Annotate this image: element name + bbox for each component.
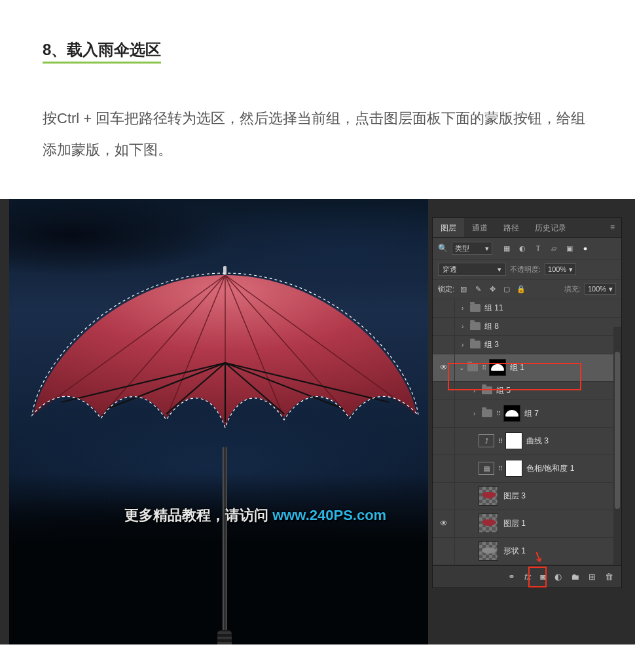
lock-transparency-icon[interactable]: ▨ (458, 284, 469, 294)
opacity-field[interactable]: 100%▾ (545, 263, 576, 275)
layers-scrollbar[interactable] (613, 327, 621, 565)
watermark: 更多精品教程，请访问 www.240PS.com (124, 506, 386, 525)
filter-adjustment-icon[interactable]: ◐ (517, 243, 528, 253)
tab-channels[interactable]: 通道 (464, 218, 496, 237)
visibility-toggle[interactable]: 👁 (433, 538, 455, 565)
fx-icon[interactable]: fx (524, 572, 531, 582)
visibility-toggle[interactable]: 👁 (433, 510, 455, 537)
mask-link-icon[interactable]: ⠿ (498, 465, 503, 472)
step-title: 8、载入雨伞选区 (43, 39, 161, 64)
filter-pixel-icon[interactable]: ▦ (501, 243, 512, 253)
layer-thumb[interactable] (479, 541, 498, 561)
layer-row-layer-1[interactable]: 👁 图层 1 (433, 510, 621, 538)
layer-filter-row: 🔍 类型▾ ▦ ◐ T ▱ ▣ ● (433, 238, 621, 260)
delete-layer-icon[interactable]: 🗑 (605, 572, 613, 582)
article-body: 8、载入雨伞选区 按Ctrl + 回车把路径转为选区，然后选择当前组，点击图层面… (0, 0, 635, 199)
umbrella-pole (223, 447, 227, 638)
search-icon: 🔍 (438, 244, 448, 253)
visibility-toggle[interactable]: 👁 (433, 483, 455, 510)
layer-thumb[interactable] (479, 513, 498, 533)
visibility-toggle[interactable]: 👁 (433, 318, 455, 335)
folder-icon (470, 322, 481, 330)
mask-link-icon[interactable]: ⠿ (498, 438, 503, 445)
filter-type-select[interactable]: 类型▾ (452, 242, 492, 255)
layer-row-group-3[interactable]: 👁 › 组 3 (433, 336, 621, 354)
visibility-toggle[interactable]: 👁 (433, 382, 455, 400)
folder-icon (470, 341, 481, 348)
link-layers-icon[interactable]: ⚭ (508, 572, 515, 582)
mask-link-icon[interactable]: ⠿ (482, 364, 486, 371)
filter-type-icon[interactable]: T (533, 243, 543, 253)
lock-label: 锁定: (438, 284, 454, 294)
layer-row-group-1[interactable]: 👁 ⌄ ⠿ 组 1 (433, 354, 621, 382)
visibility-toggle[interactable]: 👁 (433, 428, 455, 455)
blend-mode-select[interactable]: 穿透▾ (438, 263, 506, 276)
lock-artboard-icon[interactable]: ▢ (501, 284, 512, 294)
layer-row-hue-sat-1[interactable]: 👁 ▤ ⠿ 色相/饱和度 1 (433, 455, 621, 483)
layer-row-group-11[interactable]: 👁 › 组 11 (433, 299, 621, 318)
layer-row-curves-3[interactable]: 👁 ⤴ ⠿ 曲线 3 (433, 428, 621, 455)
photoshop-screenshot: 更多精品教程，请访问 www.240PS.com ◄◄ ✕ 图层 通道 路径 历… (0, 199, 635, 644)
tab-history[interactable]: 历史记录 (527, 218, 574, 237)
visibility-toggle[interactable]: 👁 (433, 299, 455, 317)
umbrella-canopy (29, 271, 422, 455)
umbrella-image (29, 271, 422, 638)
document-canvas[interactable]: 更多精品教程，请访问 www.240PS.com (9, 199, 428, 644)
lock-pixels-icon[interactable]: ✎ (473, 284, 483, 294)
layer-row-layer-3[interactable]: 👁 图层 3 (433, 483, 621, 510)
lock-position-icon[interactable]: ✥ (487, 284, 498, 294)
lock-fill-row: 锁定: ▨ ✎ ✥ ▢ 🔒 填充: 100%▾ (433, 280, 621, 299)
layer-thumb[interactable] (479, 486, 498, 506)
folder-icon (482, 409, 492, 417)
panel-menu-icon[interactable]: ≡ (604, 218, 621, 237)
layer-row-group-5[interactable]: 👁 › 组 5 (433, 382, 621, 400)
fill-label: 填充: (564, 284, 581, 294)
layer-mask-thumb[interactable] (489, 359, 506, 376)
layer-mask-thumb[interactable] (505, 460, 522, 477)
lock-all-icon[interactable]: 🔒 (516, 284, 526, 294)
new-group-icon[interactable]: 🖿 (571, 572, 579, 582)
layer-row-group-7[interactable]: 👁 › ⠿ 组 7 (433, 400, 621, 428)
hue-sat-icon: ▤ (479, 462, 494, 475)
scrollbar-thumb[interactable] (615, 352, 620, 509)
umbrella-handle (217, 630, 232, 644)
layer-mask-thumb[interactable] (505, 432, 522, 449)
visibility-toggle[interactable]: 👁 (433, 354, 455, 381)
filter-toggle-icon[interactable]: ● (580, 243, 590, 253)
panel-tabs: 图层 通道 路径 历史记录 ≡ (433, 218, 621, 238)
layers-list: 👁 › 组 11 👁 › 组 8 👁 › 组 3 👁 ⌄ (433, 299, 621, 565)
add-mask-icon[interactable]: ◙ (540, 572, 545, 582)
curves-icon: ⤴ (479, 434, 494, 447)
layers-panel: 图层 通道 路径 历史记录 ≡ 🔍 类型▾ ▦ ◐ T ▱ ▣ ● 穿透▾ 不透… (432, 217, 622, 588)
opacity-label: 不透明度: (510, 265, 541, 274)
mask-link-icon[interactable]: ⠿ (496, 410, 501, 417)
step-description: 按Ctrl + 回车把路径转为选区，然后选择当前组，点击图层面板下面的蒙版按钮，… (43, 103, 592, 166)
visibility-toggle[interactable]: 👁 (433, 400, 455, 427)
filter-shape-icon[interactable]: ▱ (549, 243, 559, 253)
new-layer-icon[interactable]: ⊞ (589, 572, 596, 582)
fill-field[interactable]: 100%▾ (585, 283, 616, 295)
filter-smart-icon[interactable]: ▣ (564, 243, 575, 253)
blend-opacity-row: 穿透▾ 不透明度: 100%▾ (433, 260, 621, 280)
folder-icon (470, 304, 481, 312)
adjustment-layer-icon[interactable]: ◐ (554, 572, 562, 582)
visibility-toggle[interactable]: 👁 (433, 455, 455, 482)
layer-row-shape-1[interactable]: 👁 形状 1 (433, 538, 621, 565)
layer-row-group-8[interactable]: 👁 › 组 8 (433, 318, 621, 336)
visibility-toggle[interactable]: 👁 (433, 336, 455, 354)
layer-mask-thumb[interactable] (503, 405, 520, 422)
tab-layers[interactable]: 图层 (433, 218, 464, 237)
folder-icon (467, 364, 478, 371)
folder-icon (482, 386, 492, 394)
layers-panel-footer: ⚭ fx ◙ ◐ 🖿 ⊞ 🗑 (433, 565, 621, 588)
tab-paths[interactable]: 路径 (496, 218, 527, 237)
